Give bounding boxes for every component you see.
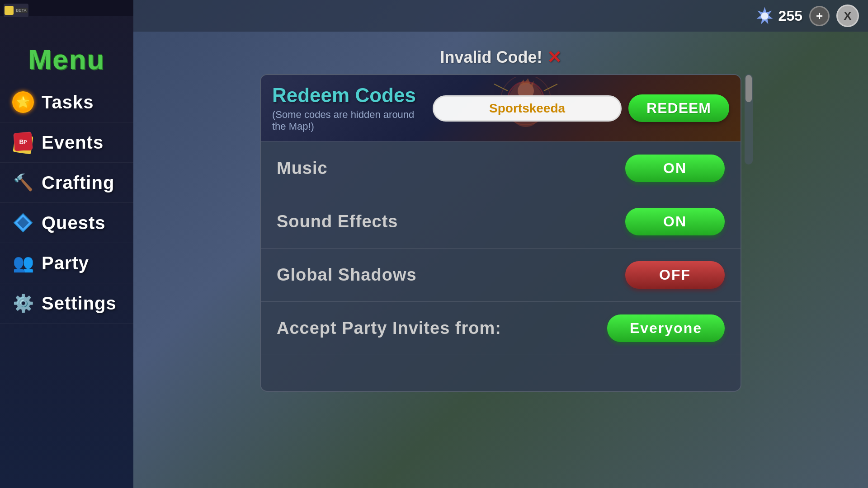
events-icon: BP bbox=[11, 131, 35, 154]
sidebar-item-events[interactable]: BP Events bbox=[0, 122, 133, 163]
code-input[interactable] bbox=[433, 95, 622, 122]
menu-title: Menu bbox=[0, 39, 133, 82]
tasks-label: Tasks bbox=[42, 92, 94, 113]
svg-point-3 bbox=[761, 12, 768, 19]
redeem-subtitle: (Some codes are hidden around the Map!) bbox=[272, 109, 424, 132]
accept-party-toggle[interactable]: Everyone bbox=[607, 314, 725, 342]
music-toggle[interactable]: ON bbox=[625, 155, 725, 182]
sound-effects-toggle[interactable]: ON bbox=[625, 208, 725, 235]
settings-panel: Redeem Codes (Some codes are hidden arou… bbox=[260, 74, 741, 392]
currency-amount: 255 bbox=[778, 8, 802, 24]
sidebar: BETA Menu ⭐ Tasks BP Events 🔨 Crafting bbox=[0, 0, 133, 488]
accept-party-setting-row: Accept Party Invites from: Everyone bbox=[261, 301, 741, 355]
empty-row bbox=[261, 355, 741, 391]
game-logo-icon bbox=[5, 6, 14, 15]
redeem-text-block: Redeem Codes (Some codes are hidden arou… bbox=[272, 84, 424, 132]
add-currency-button[interactable]: + bbox=[809, 6, 830, 26]
sidebar-item-tasks[interactable]: ⭐ Tasks bbox=[0, 82, 133, 122]
invalid-code-message: Invalid Code! ✕ bbox=[440, 47, 561, 67]
settings-icon: ⚙️ bbox=[11, 291, 35, 315]
events-label: Events bbox=[42, 132, 104, 153]
music-label: Music bbox=[277, 159, 328, 178]
redeem-banner: Redeem Codes (Some codes are hidden arou… bbox=[261, 75, 741, 141]
crafting-icon: 🔨 bbox=[11, 171, 35, 194]
music-setting-row: Music ON bbox=[261, 141, 741, 195]
close-button[interactable]: X bbox=[836, 5, 859, 27]
svg-marker-9 bbox=[524, 78, 530, 84]
sidebar-title-area: BETA bbox=[0, 0, 133, 16]
redeem-title: Redeem Codes bbox=[272, 84, 424, 107]
currency-icon bbox=[755, 6, 775, 26]
tasks-icon: ⭐ bbox=[11, 90, 35, 114]
party-icon: 👥 bbox=[11, 251, 35, 275]
redeem-controls: REDEEM bbox=[433, 94, 729, 122]
quests-icon bbox=[11, 211, 35, 235]
game-logo: BETA bbox=[4, 4, 28, 17]
sidebar-item-party[interactable]: 👥 Party bbox=[0, 243, 133, 283]
header-bar: 255 + X bbox=[133, 0, 868, 32]
sound-effects-setting-row: Sound Effects ON bbox=[261, 195, 741, 248]
global-shadows-label: Global Shadows bbox=[277, 265, 417, 285]
currency-display: 255 bbox=[755, 6, 802, 26]
crafting-label: Crafting bbox=[42, 173, 114, 193]
global-shadows-setting-row: Global Shadows OFF bbox=[261, 248, 741, 301]
sidebar-item-quests[interactable]: Quests bbox=[0, 203, 133, 243]
quests-label: Quests bbox=[42, 213, 106, 233]
main-content: 255 + X Invalid Code! ✕ Redeem Codes (So… bbox=[133, 0, 868, 488]
settings-label: Settings bbox=[42, 293, 117, 314]
invalid-code-text: Invalid Code! bbox=[440, 48, 542, 67]
sound-effects-label: Sound Effects bbox=[277, 212, 398, 231]
global-shadows-toggle[interactable]: OFF bbox=[625, 261, 725, 289]
scrollbar[interactable] bbox=[745, 74, 753, 164]
scrollbar-thumb[interactable] bbox=[745, 75, 752, 102]
accept-party-label: Accept Party Invites from: bbox=[277, 319, 501, 338]
party-label: Party bbox=[42, 253, 89, 273]
beta-badge: BETA bbox=[15, 8, 28, 13]
redeem-button[interactable]: REDEEM bbox=[628, 94, 729, 122]
sidebar-item-crafting[interactable]: 🔨 Crafting bbox=[0, 163, 133, 203]
invalid-code-x-icon: ✕ bbox=[547, 47, 561, 67]
sidebar-item-settings[interactable]: ⚙️ Settings bbox=[0, 283, 133, 324]
